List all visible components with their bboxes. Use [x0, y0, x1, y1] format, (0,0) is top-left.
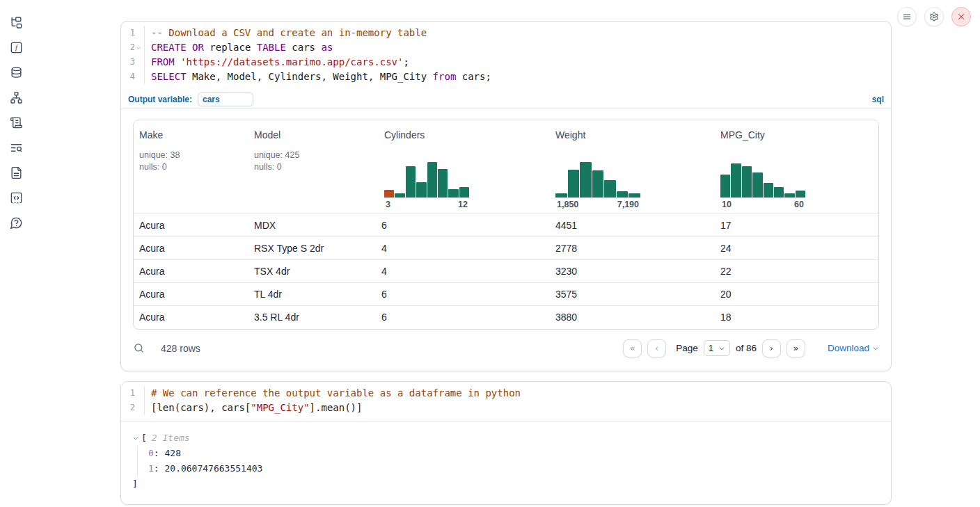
network-icon [10, 91, 23, 104]
code-line[interactable]: 1-- Download a CSV and create an in-memo… [121, 26, 891, 40]
language-badge[interactable]: sql [872, 95, 884, 104]
column-header-mpg-city[interactable]: MPG_City 1060 [715, 120, 878, 214]
histogram-bar[interactable] [720, 175, 730, 198]
pagination: « ‹ Page 1 of 86 › » Download [623, 339, 879, 357]
line-number: 2 [121, 40, 145, 55]
histogram-bar[interactable] [796, 191, 805, 198]
last-page-button[interactable]: » [787, 339, 805, 357]
search-icon [133, 342, 145, 354]
sql-cell-footer: Output variable: sql [121, 90, 891, 109]
table-cell: 6 [376, 306, 550, 329]
table-cell: Acura [134, 237, 248, 260]
sidebar-item-help[interactable] [0, 210, 32, 235]
code-line[interactable]: 1# We can reference the output variable … [121, 386, 891, 401]
line-number: 1 [121, 26, 145, 40]
column-stats: unique: 425nulls: 0 [254, 150, 370, 173]
table-row[interactable]: AcuraTSX 4dr4323022 [134, 260, 878, 283]
histogram-bar[interactable] [629, 193, 640, 198]
table-cell: 3230 [550, 260, 715, 283]
tree-collapse-toggle[interactable] [132, 435, 139, 442]
histogram-bar[interactable] [731, 163, 741, 198]
download-label: Download [828, 343, 869, 353]
column-title: Weight [555, 129, 709, 140]
sidebar-item-variables[interactable]: f [0, 35, 32, 60]
notebook-area: 1-- Download a CSV and create an in-memo… [120, 21, 892, 505]
cylinders-histogram[interactable]: 312 [384, 161, 469, 209]
histogram-bar[interactable] [395, 193, 404, 198]
list-search-icon [10, 141, 23, 154]
histogram-bar[interactable] [764, 183, 773, 198]
column-header-make[interactable]: Make unique: 38nulls: 0 [134, 120, 248, 214]
column-stats: unique: 38nulls: 0 [139, 150, 243, 173]
first-page-button[interactable]: « [623, 339, 642, 357]
sidebar-item-scratchpad[interactable] [0, 110, 32, 135]
code-line[interactable]: 2CREATE OR replace TABLE cars as [121, 40, 891, 55]
sidebar-item-dependency-graph[interactable] [0, 85, 32, 110]
histogram-bar[interactable] [568, 170, 580, 198]
histogram-bar[interactable] [580, 162, 592, 198]
shutdown-button[interactable] [951, 7, 971, 26]
sidebar-item-snippets[interactable] [0, 185, 32, 210]
column-header-weight[interactable]: Weight 1,8507,190 [550, 120, 715, 214]
code-line[interactable]: 2[len(cars), cars["MPG_City"].mean()] [121, 401, 891, 415]
table-row[interactable]: AcuraMDX6445117 [134, 214, 878, 237]
histogram-bar[interactable] [406, 166, 416, 198]
table-cell: 3880 [550, 306, 715, 329]
table-cell: Acura [134, 306, 248, 329]
code-line[interactable]: 4SELECT Make, Model, Cylinders, Weight, … [121, 70, 891, 84]
mpg-city-histogram[interactable]: 1060 [720, 161, 805, 209]
table-cell: MDX [248, 214, 376, 237]
table-cell: 3575 [550, 283, 715, 306]
column-header-model[interactable]: Model unique: 425nulls: 0 [248, 120, 376, 214]
table-row[interactable]: Acura3.5 RL 4dr6388018 [134, 306, 878, 329]
weight-histogram[interactable]: 1,8507,190 [555, 161, 640, 209]
histogram-bar[interactable] [384, 190, 394, 198]
sql-code-editor[interactable]: 1-- Download a CSV and create an in-memo… [121, 22, 891, 90]
histogram-bar[interactable] [416, 182, 426, 198]
output-variable-input[interactable] [198, 92, 253, 106]
histogram-bar[interactable] [427, 162, 437, 198]
file-text-icon [10, 166, 23, 179]
sidebar-item-documentation[interactable] [0, 160, 32, 185]
table-row[interactable]: AcuraTL 4dr6357520 [134, 283, 878, 306]
histogram-bar[interactable] [438, 169, 448, 198]
table-body: AcuraMDX6445117AcuraRSX Type S 2dr427782… [134, 214, 878, 329]
column-header-cylinders[interactable]: Cylinders 312 [376, 120, 550, 214]
table-row[interactable]: AcuraRSX Type S 2dr4277824 [134, 237, 878, 260]
notebook-menu-button[interactable] [897, 7, 917, 26]
histogram-bar[interactable] [592, 170, 604, 198]
histogram-bar[interactable] [448, 189, 458, 198]
tree-close-bracket: ] [132, 476, 880, 492]
next-page-button[interactable]: › [762, 339, 781, 357]
table-cell: 2778 [550, 237, 715, 260]
row-count: 428 rows [161, 343, 200, 354]
chevron-down-icon [718, 345, 725, 352]
histogram-bar[interactable] [742, 166, 752, 198]
results-table: Make unique: 38nulls: 0 Model unique: 42… [133, 120, 879, 330]
fold-chevron-icon [135, 45, 142, 51]
page-select-value: 1 [709, 343, 713, 353]
histogram-bar[interactable] [784, 193, 794, 198]
table-cell: TL 4dr [248, 283, 376, 306]
histogram-bar[interactable] [604, 180, 616, 198]
histogram-bar[interactable] [617, 191, 629, 198]
table-footer: 428 rows « ‹ Page 1 of 86 › » Download [133, 339, 879, 360]
python-code-editor[interactable]: 1# We can reference the output variable … [121, 382, 891, 421]
table-cell: 18 [715, 306, 878, 329]
gear-icon [929, 12, 939, 22]
histogram-axis-labels: 1,8507,190 [555, 200, 640, 209]
code-line[interactable]: 3FROM 'https://datasets.marimo.app/cars.… [121, 55, 891, 70]
histogram-bar[interactable] [752, 172, 762, 198]
prev-page-button[interactable]: ‹ [647, 339, 666, 357]
histogram-bar[interactable] [774, 187, 784, 198]
histogram-bar[interactable] [459, 187, 469, 198]
sidebar-item-file-explorer[interactable] [0, 10, 32, 35]
download-button[interactable]: Download [828, 343, 879, 353]
table-search-button[interactable] [133, 342, 145, 354]
sidebar-item-logs[interactable] [0, 135, 32, 160]
sidebar-item-datasources[interactable] [0, 60, 32, 85]
settings-button[interactable] [924, 7, 944, 26]
histogram-bar[interactable] [555, 193, 567, 198]
table-cell: 24 [715, 237, 878, 260]
page-select[interactable]: 1 [704, 340, 730, 356]
